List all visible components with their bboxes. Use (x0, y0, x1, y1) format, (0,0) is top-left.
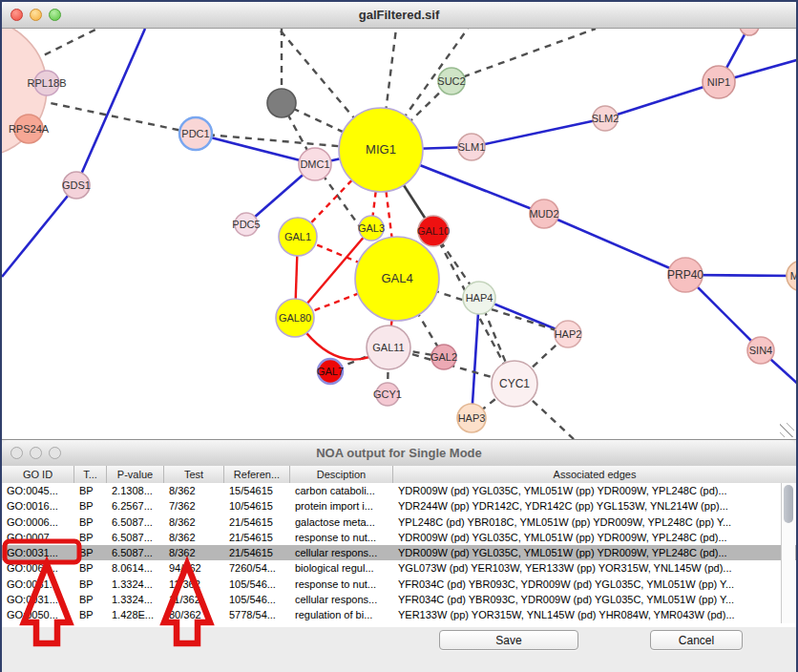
table-cell: BP (74, 498, 107, 514)
table-cell: BP (74, 514, 107, 530)
node-label: HAP3 (458, 412, 486, 424)
table-cell: cellular respons... (290, 592, 393, 607)
column-header-2[interactable]: T... (74, 466, 107, 483)
node-label: SLM2 (592, 113, 620, 124)
node-label: GAL3 (358, 222, 385, 234)
table-cell: GO:0007... (2, 530, 74, 545)
column-header-6[interactable]: Desciption (290, 466, 393, 483)
table-cell: 11/362 (164, 592, 224, 607)
column-header-7[interactable]: Associated edges (393, 466, 796, 483)
table-cell: GO:0031... (2, 577, 74, 592)
table-row[interactable]: GO:0050...BP1.428E...80/3625778/54...reg… (2, 607, 796, 622)
node-label: SIN4 (749, 345, 772, 356)
table-row[interactable]: GO:0065...BP8.0614...94/3627260/54...bio… (2, 560, 796, 576)
table-cell: YPL248C (pd) YBR018C, YML051W (pp) YDR00… (393, 514, 796, 530)
table-cell: 21/54615 (224, 545, 290, 560)
table-cell: 94/362 (164, 560, 224, 576)
column-header-3[interactable]: P-value (107, 466, 164, 483)
table-cell: GO:0031... (2, 592, 74, 607)
network-canvas[interactable]: RPL18BRPS24APDC1GDS1DMC1MIG1SUC2SLM1SLM2… (2, 29, 796, 439)
network-edge (196, 134, 315, 164)
network-graph: RPL18BRPS24APDC1GDS1DMC1MIG1SUC2SLM1SLM2… (2, 29, 796, 439)
table-cell: 21/54615 (224, 514, 290, 530)
table-cell: 8/362 (164, 530, 224, 545)
table-cell: BP (74, 560, 107, 576)
table-body: GO:0045...BP2.1308...8/36215/54615carbon… (2, 483, 796, 623)
table-cell: YDR009W (pd) YGL035C, YML051W (pp) YDR00… (393, 545, 796, 560)
table-cell: BP (74, 592, 107, 607)
table-cell: 8/362 (164, 483, 224, 498)
node-label: CYC1 (499, 377, 530, 390)
table-cell: 80/362 (164, 607, 224, 622)
table-cell: BP (74, 483, 107, 498)
table-cell: regulation of bi... (290, 607, 393, 622)
network-node-topr[interactable] (740, 29, 759, 35)
noa-window-titlebar[interactable]: NOA output for Single Mode (2, 440, 796, 467)
table-cell: 1.428E... (107, 607, 164, 622)
cancel-button[interactable]: Cancel (650, 630, 743, 650)
node-label: GAL10 (417, 225, 450, 237)
table-scrollbar[interactable] (781, 483, 795, 623)
table-row[interactable]: GO:0045...BP2.1308...8/36215/54615carbon… (2, 483, 796, 498)
column-header-5[interactable]: Referen... (224, 466, 290, 483)
node-label: DMC1 (300, 158, 329, 170)
table-cell: BP (74, 530, 107, 545)
table-cell: carbon cataboli... (290, 483, 393, 498)
node-label: GAL7 (317, 366, 344, 377)
save-button[interactable]: Save (439, 630, 578, 650)
table-cell: galactose meta... (290, 514, 393, 530)
table-row[interactable]: GO:0006...BP6.5087...8/36221/54615galact… (2, 514, 796, 530)
table-cell: 105/546... (224, 592, 290, 607)
table-row[interactable]: GO:0031...BP1.3324...11/362105/546...cel… (2, 592, 796, 607)
table-cell: YER133W (pp) YOR315W, YNL145W (pd) YHR08… (393, 607, 796, 622)
scrollbar-thumb[interactable] (784, 485, 793, 523)
table-cell: BP (74, 545, 107, 560)
column-header-1[interactable]: GO ID (2, 466, 74, 483)
table-row[interactable]: GO:0031...BP6.5087...8/36221/54615cellul… (2, 545, 796, 560)
table-cell: 1.3324... (107, 592, 164, 607)
node-label: MIG1 (366, 142, 396, 157)
table-cell: protein import i... (290, 498, 393, 514)
node-label: HAP2 (555, 328, 582, 340)
noa-output-window: NOA output for Single Mode GO IDT...P-va… (2, 440, 796, 672)
table-cell: response to nut... (290, 530, 393, 545)
network-edge (76, 29, 145, 185)
table-cell: biological regul... (290, 560, 393, 576)
node-label: MSN (790, 270, 796, 282)
table-cell: 1.3324... (107, 577, 164, 592)
table-cell: 7260/54... (224, 560, 290, 576)
table-cell: cellular respons... (290, 545, 393, 560)
network-edge (544, 214, 685, 275)
table-cell: YDR009W (pd) YGL035C, YML051W (pp) YDR00… (393, 530, 796, 545)
resize-grip-icon[interactable] (780, 423, 794, 437)
node-label: PRP40 (667, 268, 704, 282)
table-cell: 21/54615 (224, 530, 290, 545)
node-label: GDS1 (62, 179, 91, 191)
table-cell: response to nut... (290, 577, 393, 592)
node-label: PDC5 (232, 219, 260, 230)
table-cell: 105/546... (224, 577, 290, 592)
table-cell: YFR034C (pd) YBR093C, YDR009W (pd) YGL03… (393, 592, 796, 607)
table-row[interactable]: GO:0016...BP6.2567...7/36210/54615protei… (2, 498, 796, 514)
table-cell: 6.2567... (107, 498, 164, 514)
column-header-4[interactable]: Test (164, 466, 224, 483)
network-edge (452, 29, 596, 81)
table-cell: 5778/54... (224, 607, 290, 622)
node-label: RPS24A (9, 123, 50, 135)
network-node-gray[interactable] (267, 89, 296, 117)
node-label: SLM1 (458, 141, 486, 153)
table-cell: GO:0045... (2, 483, 74, 498)
network-window-titlebar[interactable]: galFiltered.sif (2, 2, 796, 29)
table-cell: 6.5087... (107, 530, 164, 545)
table-row[interactable]: GO:0031...BP1.3324...11/362105/546...res… (2, 577, 796, 592)
node-label: RPL18B (28, 77, 67, 89)
table-cell: 6.5087... (107, 514, 164, 530)
table-cell: YGL073W (pd) YER103W, YER133W (pp) YOR31… (393, 560, 796, 576)
table-row[interactable]: GO:0007...BP6.5087...8/36221/54615respon… (2, 530, 796, 545)
table-cell: BP (74, 577, 107, 592)
node-label: SUC2 (437, 75, 465, 87)
screen: galFiltered.sif RPL18BRPS24APDC1GDS1DMC1… (0, 0, 798, 672)
node-label: GAL80 (279, 312, 311, 324)
network-edge (605, 82, 719, 118)
table-cell: 8/362 (164, 545, 224, 560)
